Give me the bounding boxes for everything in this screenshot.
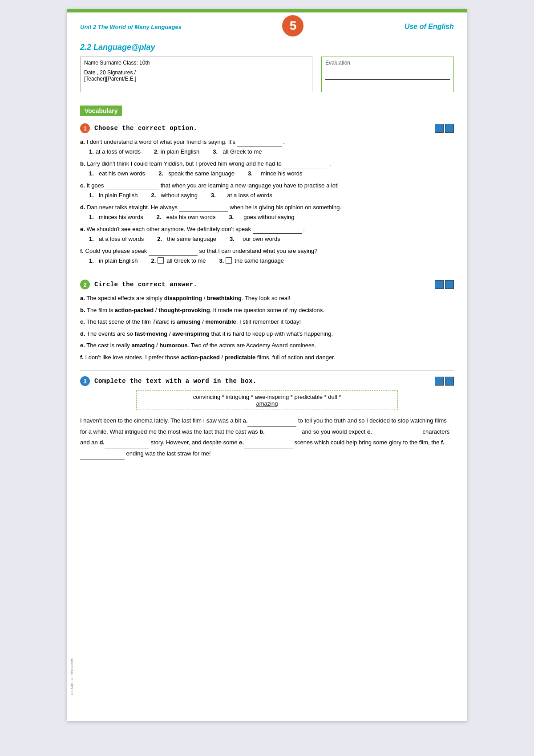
q2d: d. The events are so fast-moving / awe-i…: [80, 329, 454, 338]
q2d-text: The events are so fast-moving / awe-insp…: [87, 330, 333, 337]
opt-1d-2[interactable]: 2. eats his own words: [157, 213, 216, 222]
para-text7: ending was the last straw for me!: [125, 450, 211, 457]
opt-1f-1[interactable]: 1. in plain English: [89, 256, 138, 265]
badge-number: 5: [282, 15, 303, 37]
q1e: e. We shouldn't see each other anymore. …: [80, 225, 454, 243]
score-box-3: [435, 377, 454, 386]
q1d-blank[interactable]: [179, 206, 228, 212]
opt-1f-2[interactable]: 2.all Greek to me: [151, 256, 206, 265]
q1c-text2: that when you are learning a new languag…: [161, 182, 339, 189]
para-label-f: f.: [441, 439, 445, 446]
q2a-label: a.: [80, 295, 85, 301]
q1b-options: 1. eat his own words 2. speak the same l…: [89, 169, 454, 178]
lesson-title: 2.2 Language@play: [67, 39, 467, 54]
exercise-3-header: 3 Complete the text with a word in the b…: [80, 376, 454, 386]
q1d: d. Dan never talks straight. He always w…: [80, 203, 454, 221]
student-left-box: Name Surname Class: 10th Date , 20 Signa…: [80, 57, 312, 92]
opt-1a-2[interactable]: 2. in plain English: [154, 147, 199, 156]
main-content: Vocabulary 1 Choose the correct option. …: [67, 97, 467, 477]
name-label: Name Surname Class: 10th: [84, 60, 308, 66]
q1c-label: c.: [80, 182, 85, 189]
word-box-text: convincing * intriguing * awe-inspiring …: [193, 394, 341, 400]
evaluation-box: Evaluation: [321, 57, 454, 92]
teacher-label: [Teacher][Parent/E.E.]: [84, 76, 308, 82]
para-label-a: a.: [243, 417, 247, 424]
exercise-1-header: 1 Choose the correct option.: [80, 123, 454, 133]
q2a-text: The special effects are simply disappoin…: [86, 295, 290, 301]
opt-1f-3[interactable]: 3.the same language: [219, 256, 284, 265]
para-label-e: e.: [239, 439, 244, 446]
opt-1d-3[interactable]: 3. goes without saying: [229, 213, 294, 222]
q2b-label: b.: [80, 307, 85, 313]
opt-1e-2[interactable]: 2. the same language: [157, 235, 216, 244]
para-blank-a[interactable]: [247, 420, 296, 427]
q1c-text1: It goes: [86, 182, 104, 189]
q1f-text2: so that I can understand what you are sa…: [199, 248, 318, 254]
opt-1c-2[interactable]: 2. without saying: [151, 191, 198, 200]
q2b-text: The film is action-packed / thought-prov…: [87, 307, 324, 313]
q2e-text: The cast is really amazing / humorous. T…: [86, 342, 316, 349]
para-blank-e[interactable]: [244, 442, 293, 448]
q1a-end: .: [283, 138, 285, 145]
vocabulary-header: Vocabulary: [80, 106, 122, 116]
exercise-3: 3 Complete the text with a word in the b…: [80, 376, 454, 459]
opt-1a-1[interactable]: 1. at a loss of words: [89, 147, 141, 156]
opt-1b-3[interactable]: 3. mince his words: [248, 169, 303, 178]
q1e-label: e.: [80, 226, 85, 232]
q1a-options: 1. at a loss of words 2. in plain Englis…: [89, 147, 454, 156]
para-blank-b[interactable]: [265, 431, 300, 437]
q1e-text1: We shouldn't see each other anymore. We …: [86, 226, 251, 232]
para-blank-f[interactable]: [80, 453, 125, 459]
evaluation-label: Evaluation: [325, 60, 450, 66]
para-text5: story. However, and despite some: [149, 439, 239, 446]
opt-1e-3[interactable]: 3. our own words: [230, 235, 280, 244]
opt-1b-1[interactable]: 1. eat his own words: [89, 169, 145, 178]
opt-1c-1[interactable]: 1. in plain English: [89, 191, 138, 200]
fill-paragraph: I haven't been to the cinema lately. The…: [80, 415, 454, 459]
student-info-area: Name Surname Class: 10th Date , 20 Signa…: [67, 54, 467, 97]
q1c-blank[interactable]: [105, 184, 159, 190]
opt-box-1f-3[interactable]: [226, 257, 232, 264]
para-label-b: b.: [259, 428, 265, 435]
para-text3: and so you would expect: [300, 428, 367, 435]
q1f-options: 1. in plain English 2.all Greek to me 3.…: [89, 256, 454, 265]
unit-title: Unit 2 The World of Many Languages: [80, 24, 182, 30]
page-header: Unit 2 The World of Many Languages 5 Use…: [67, 12, 467, 39]
q1f: f. Could you please speak so that I can …: [80, 247, 454, 265]
section-title: Use of English: [405, 23, 454, 31]
q1d-options: 1. minces his words 2. eats his own word…: [89, 213, 454, 222]
para-blank-c[interactable]: [372, 431, 421, 437]
q1e-blank[interactable]: [253, 228, 302, 234]
q1a-label: a.: [80, 138, 85, 145]
exercise-1: 1 Choose the correct option. a. I don't …: [80, 123, 454, 265]
q1b-blank[interactable]: [283, 162, 328, 168]
q2c-text: The last scene of the film Titanic is am…: [86, 318, 301, 325]
opt-1e-1[interactable]: 1. at a loss of words: [89, 235, 144, 244]
para-text6: scenes which could help bring some glory…: [293, 439, 441, 446]
date-label: Date , 20 Signatures /: [84, 69, 308, 76]
q2d-label: d.: [80, 330, 85, 337]
q1b-label: b.: [80, 160, 85, 167]
exercise-1-title: Choose the correct option.: [94, 125, 197, 132]
para-blank-d[interactable]: [105, 442, 149, 448]
opt-1c-3[interactable]: 3. at a loss of words: [211, 191, 272, 200]
exercise-1-number: 1: [80, 123, 90, 133]
q1c: c. It goes that when you are learning a …: [80, 181, 454, 199]
exercise-3-title: Complete the text with a word in the box…: [94, 378, 257, 385]
score-sq-3: [435, 280, 444, 289]
q1f-blank[interactable]: [149, 249, 198, 256]
word-box-last: amazing: [256, 400, 278, 407]
exercise-3-number: 3: [80, 376, 90, 386]
eval-line: [325, 79, 450, 80]
opt-1b-2[interactable]: 2. speak the same language: [158, 169, 235, 178]
q2c-label: c.: [80, 318, 85, 325]
q1c-options: 1. in plain English 2. without saying 3.…: [89, 191, 454, 200]
opt-box-1f-2[interactable]: [158, 257, 164, 264]
q2f-text: I don't like love stories. I prefer thos…: [85, 354, 336, 361]
opt-1a-3[interactable]: 3. all Greek to me: [213, 147, 262, 156]
q1a-blank[interactable]: [237, 140, 282, 146]
q1a-text: I don't understand a word of what your f…: [86, 138, 235, 145]
opt-1d-1[interactable]: 1. minces his words: [89, 213, 143, 222]
score-sq-5: [435, 377, 444, 386]
q2b: b. The film is action-packed / thought-p…: [80, 306, 454, 315]
